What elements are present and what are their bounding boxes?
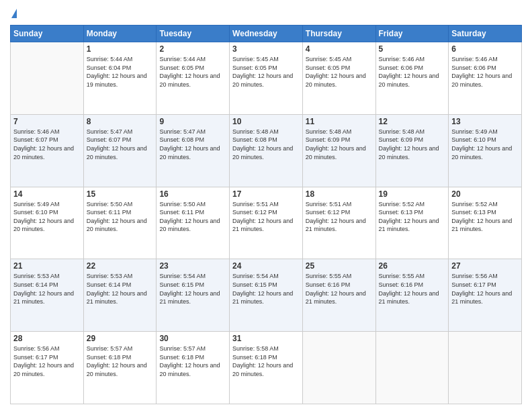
day-info: Sunrise: 5:57 AMSunset: 6:18 PMDaylight:… (87, 345, 154, 378)
calendar-cell: 10Sunrise: 5:48 AMSunset: 6:08 PMDayligh… (230, 114, 303, 187)
day-number: 21 (13, 261, 81, 271)
day-number: 27 (451, 261, 519, 271)
calendar-cell: 25Sunrise: 5:55 AMSunset: 6:16 PMDayligh… (302, 259, 375, 332)
day-info: Sunrise: 5:55 AMSunset: 6:16 PMDaylight:… (379, 272, 446, 306)
calendar-cell: 21Sunrise: 5:53 AMSunset: 6:14 PMDayligh… (11, 259, 84, 332)
calendar-cell: 27Sunrise: 5:56 AMSunset: 6:17 PMDayligh… (449, 259, 522, 332)
day-number: 4 (306, 44, 373, 54)
calendar-cell: 3Sunrise: 5:45 AMSunset: 6:05 PMDaylight… (230, 42, 303, 115)
day-info: Sunrise: 5:46 AMSunset: 6:07 PMDaylight:… (13, 128, 81, 161)
day-info: Sunrise: 5:51 AMSunset: 6:12 PMDaylight:… (232, 200, 300, 234)
calendar-week-row: 7Sunrise: 5:46 AMSunset: 6:07 PMDaylight… (11, 114, 522, 187)
calendar-cell: 28Sunrise: 5:56 AMSunset: 6:17 PMDayligh… (11, 332, 84, 404)
weekday-header-tuesday: Tuesday (157, 26, 230, 42)
weekday-header-monday: Monday (83, 26, 157, 42)
calendar-week-row: 28Sunrise: 5:56 AMSunset: 6:17 PMDayligh… (11, 332, 522, 404)
day-info: Sunrise: 5:47 AMSunset: 6:08 PMDaylight:… (159, 128, 226, 161)
day-number: 10 (232, 117, 300, 126)
calendar-cell: 16Sunrise: 5:50 AMSunset: 6:11 PMDayligh… (157, 187, 230, 259)
day-number: 5 (379, 44, 446, 54)
day-info: Sunrise: 5:45 AMSunset: 6:05 PMDaylight:… (306, 55, 373, 89)
calendar-cell: 20Sunrise: 5:52 AMSunset: 6:13 PMDayligh… (449, 187, 522, 259)
calendar-cell: 6Sunrise: 5:46 AMSunset: 6:06 PMDaylight… (449, 42, 522, 115)
weekday-header-saturday: Saturday (449, 26, 522, 42)
day-number: 26 (379, 261, 446, 271)
day-number: 17 (232, 189, 300, 199)
day-number: 3 (232, 44, 300, 54)
calendar-cell (449, 332, 522, 404)
calendar-cell: 22Sunrise: 5:53 AMSunset: 6:14 PMDayligh… (83, 259, 157, 332)
calendar-cell: 18Sunrise: 5:51 AMSunset: 6:12 PMDayligh… (302, 187, 375, 259)
day-number: 30 (159, 334, 226, 343)
calendar-cell: 31Sunrise: 5:58 AMSunset: 6:18 PMDayligh… (230, 332, 303, 404)
day-number: 16 (159, 189, 226, 199)
day-number: 9 (159, 117, 226, 126)
day-number: 22 (87, 261, 154, 271)
calendar-cell: 30Sunrise: 5:57 AMSunset: 6:18 PMDayligh… (157, 332, 230, 404)
weekday-header-row: SundayMondayTuesdayWednesdayThursdayFrid… (11, 26, 522, 42)
calendar-cell: 4Sunrise: 5:45 AMSunset: 6:05 PMDaylight… (302, 42, 375, 115)
day-info: Sunrise: 5:50 AMSunset: 6:11 PMDaylight:… (159, 200, 226, 234)
calendar-cell: 14Sunrise: 5:49 AMSunset: 6:10 PMDayligh… (11, 187, 84, 259)
weekday-header-friday: Friday (375, 26, 449, 42)
day-info: Sunrise: 5:56 AMSunset: 6:17 PMDaylight:… (13, 345, 81, 378)
day-number: 31 (232, 334, 300, 343)
day-info: Sunrise: 5:46 AMSunset: 6:06 PMDaylight:… (379, 55, 446, 89)
day-number: 24 (232, 261, 300, 271)
day-number: 8 (87, 117, 154, 126)
day-info: Sunrise: 5:55 AMSunset: 6:16 PMDaylight:… (306, 272, 373, 306)
day-info: Sunrise: 5:52 AMSunset: 6:13 PMDaylight:… (451, 200, 519, 234)
day-number: 28 (13, 334, 81, 343)
calendar-cell: 19Sunrise: 5:52 AMSunset: 6:13 PMDayligh… (375, 187, 449, 259)
day-info: Sunrise: 5:48 AMSunset: 6:09 PMDaylight:… (379, 128, 446, 161)
day-number: 18 (306, 189, 373, 199)
day-info: Sunrise: 5:45 AMSunset: 6:05 PMDaylight:… (232, 55, 300, 89)
calendar-week-row: 14Sunrise: 5:49 AMSunset: 6:10 PMDayligh… (11, 187, 522, 259)
weekday-header-sunday: Sunday (11, 26, 84, 42)
calendar-cell: 26Sunrise: 5:55 AMSunset: 6:16 PMDayligh… (375, 259, 449, 332)
logo (10, 10, 17, 19)
calendar-week-row: 1Sunrise: 5:44 AMSunset: 6:04 PMDaylight… (11, 42, 522, 115)
calendar-table: SundayMondayTuesdayWednesdayThursdayFrid… (10, 25, 522, 404)
day-number: 13 (451, 117, 519, 126)
day-number: 25 (306, 261, 373, 271)
weekday-header-wednesday: Wednesday (230, 26, 303, 42)
day-info: Sunrise: 5:47 AMSunset: 6:07 PMDaylight:… (87, 128, 154, 161)
calendar-cell (11, 42, 84, 115)
calendar-cell: 17Sunrise: 5:51 AMSunset: 6:12 PMDayligh… (230, 187, 303, 259)
day-number: 14 (13, 189, 81, 199)
calendar-cell: 11Sunrise: 5:48 AMSunset: 6:09 PMDayligh… (302, 114, 375, 187)
day-number: 6 (451, 44, 519, 54)
calendar-cell: 8Sunrise: 5:47 AMSunset: 6:07 PMDaylight… (83, 114, 157, 187)
day-number: 12 (379, 117, 446, 126)
calendar-cell (375, 332, 449, 404)
day-info: Sunrise: 5:56 AMSunset: 6:17 PMDaylight:… (451, 272, 519, 306)
day-info: Sunrise: 5:44 AMSunset: 6:04 PMDaylight:… (87, 55, 154, 89)
day-info: Sunrise: 5:51 AMSunset: 6:12 PMDaylight:… (306, 200, 373, 234)
page: SundayMondayTuesdayWednesdayThursdayFrid… (0, 0, 532, 411)
day-number: 1 (87, 44, 154, 54)
header (10, 7, 522, 19)
day-number: 19 (379, 189, 446, 199)
calendar-week-row: 21Sunrise: 5:53 AMSunset: 6:14 PMDayligh… (11, 259, 522, 332)
day-info: Sunrise: 5:48 AMSunset: 6:08 PMDaylight:… (232, 128, 300, 161)
calendar-cell: 12Sunrise: 5:48 AMSunset: 6:09 PMDayligh… (375, 114, 449, 187)
day-info: Sunrise: 5:53 AMSunset: 6:14 PMDaylight:… (13, 272, 81, 306)
calendar-cell: 13Sunrise: 5:49 AMSunset: 6:10 PMDayligh… (449, 114, 522, 187)
calendar-cell: 7Sunrise: 5:46 AMSunset: 6:07 PMDaylight… (11, 114, 84, 187)
calendar-cell: 29Sunrise: 5:57 AMSunset: 6:18 PMDayligh… (83, 332, 157, 404)
day-number: 29 (87, 334, 154, 343)
calendar-cell: 9Sunrise: 5:47 AMSunset: 6:08 PMDaylight… (157, 114, 230, 187)
calendar-cell: 5Sunrise: 5:46 AMSunset: 6:06 PMDaylight… (375, 42, 449, 115)
day-number: 11 (306, 117, 373, 126)
day-info: Sunrise: 5:52 AMSunset: 6:13 PMDaylight:… (379, 200, 446, 234)
day-number: 23 (159, 261, 226, 271)
weekday-header-thursday: Thursday (302, 26, 375, 42)
day-info: Sunrise: 5:48 AMSunset: 6:09 PMDaylight:… (306, 128, 373, 161)
day-number: 15 (87, 189, 154, 199)
day-info: Sunrise: 5:54 AMSunset: 6:15 PMDaylight:… (159, 272, 226, 306)
day-info: Sunrise: 5:49 AMSunset: 6:10 PMDaylight:… (13, 200, 81, 234)
day-info: Sunrise: 5:49 AMSunset: 6:10 PMDaylight:… (451, 128, 519, 161)
calendar-cell: 2Sunrise: 5:44 AMSunset: 6:05 PMDaylight… (157, 42, 230, 115)
day-info: Sunrise: 5:44 AMSunset: 6:05 PMDaylight:… (159, 55, 226, 89)
